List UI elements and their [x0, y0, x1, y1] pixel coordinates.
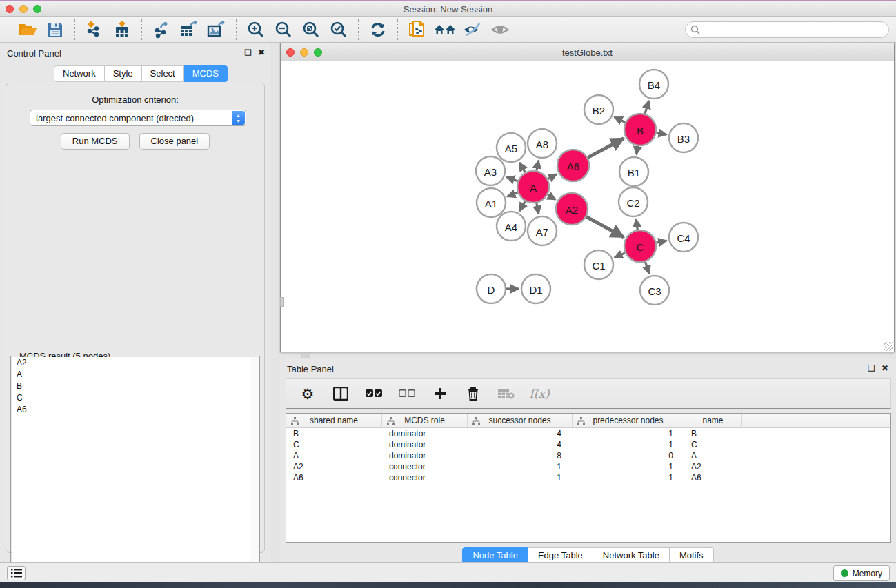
float-panel-icon[interactable]: ❑ [244, 48, 252, 57]
graph-edge-A2-C[interactable] [586, 216, 624, 237]
table-cell[interactable]: C [684, 439, 742, 450]
column-header[interactable]: predecessor nodes [573, 414, 684, 427]
graph-node-B[interactable]: B [624, 114, 656, 145]
mcds-result-item[interactable]: A6 [12, 404, 259, 416]
zoom-selected-icon[interactable] [328, 19, 350, 40]
mcds-result-item[interactable]: B [12, 381, 259, 392]
table-cell[interactable]: 4 [468, 428, 573, 439]
graph-edge-A-A6[interactable] [548, 174, 557, 179]
float-panel-icon[interactable]: ❑ [868, 363, 875, 373]
mcds-result-item[interactable]: A [12, 369, 259, 381]
export-image-icon[interactable] [206, 19, 228, 40]
graph-edge-B-B2[interactable] [615, 117, 626, 123]
table-cell[interactable]: 4 [468, 439, 573, 450]
network-window-titlebar[interactable]: testGlobe.txt [281, 43, 894, 61]
run-mcds-button[interactable]: Run MCDS [61, 133, 130, 150]
close-panel-button[interactable]: Close panel [139, 133, 210, 150]
refresh-layout-icon[interactable] [367, 19, 389, 40]
search-field[interactable] [685, 21, 889, 38]
tab-select[interactable]: Select [142, 65, 184, 82]
graph-node-B4[interactable]: B4 [639, 70, 668, 99]
tab-network-table[interactable]: Network Table [593, 547, 670, 564]
table-cell[interactable]: 0 [573, 450, 684, 461]
graph-edge-B-B4[interactable] [645, 101, 649, 114]
open-file-icon[interactable] [17, 19, 39, 40]
first-neighbors-icon[interactable] [434, 19, 456, 40]
table-cell[interactable]: 1 [468, 472, 573, 483]
graph-node-B1[interactable]: B1 [619, 157, 648, 186]
table-cell[interactable]: B [684, 428, 742, 439]
table-cell[interactable]: connector [382, 472, 468, 483]
table-cell[interactable]: 1 [573, 461, 684, 472]
memory-button[interactable]: Memory [833, 565, 890, 581]
graph-edge-A-A1[interactable] [507, 192, 517, 196]
graph-node-A[interactable]: A [517, 171, 549, 203]
import-table-icon[interactable] [111, 19, 133, 40]
graph-node-A7[interactable]: A7 [528, 216, 557, 245]
graph-node-A8[interactable]: A8 [528, 129, 557, 158]
zoom-in-icon[interactable] [245, 19, 267, 40]
export-network-icon[interactable] [150, 19, 172, 40]
graph-edge-A6-B[interactable] [588, 139, 624, 158]
graph-edge-A-A4[interactable] [519, 201, 525, 211]
table-cell[interactable]: 1 [468, 461, 573, 472]
tab-network[interactable]: Network [54, 65, 105, 82]
table-cell[interactable]: A6 [286, 472, 382, 483]
graph-edge-A-A8[interactable] [537, 160, 539, 170]
graph-node-B3[interactable]: B3 [669, 123, 698, 152]
scrollbar-track[interactable] [250, 357, 259, 587]
graph-edge-C-C3[interactable] [645, 262, 649, 274]
graph-node-C3[interactable]: C3 [640, 276, 669, 305]
table-row[interactable]: Bdominator41B [286, 428, 890, 439]
delete-table-icon[interactable] [497, 385, 515, 403]
graph-node-C1[interactable]: C1 [584, 250, 613, 279]
tab-node-table[interactable]: Node Table [462, 547, 528, 564]
graph-node-C4[interactable]: C4 [669, 223, 698, 252]
graph-edge-C-C1[interactable] [615, 253, 625, 258]
table-cell[interactable]: A6 [684, 472, 742, 483]
splitter-handle[interactable] [301, 354, 310, 358]
task-history-button[interactable] [7, 566, 26, 580]
table-cell[interactable]: A2 [286, 461, 382, 472]
import-network-icon[interactable] [83, 19, 106, 40]
table-cell[interactable]: dominator [382, 439, 468, 450]
tab-motifs[interactable]: Motifs [670, 547, 714, 564]
table-cell[interactable]: A2 [684, 461, 742, 472]
hide-selected-icon[interactable] [461, 19, 484, 40]
function-builder-icon[interactable]: f(x) [530, 385, 548, 403]
delete-column-icon[interactable] [464, 385, 482, 403]
tab-mcds[interactable]: MCDS [184, 65, 228, 82]
column-header[interactable]: MCDS role [382, 414, 468, 427]
close-panel-icon[interactable]: ✖ [258, 48, 265, 57]
graph-edge-A-A2[interactable] [548, 195, 556, 200]
new-session-from-network-icon[interactable] [406, 19, 428, 40]
table-cell[interactable]: 1 [573, 428, 684, 439]
zoom-fit-icon[interactable] [300, 19, 322, 40]
table-row[interactable]: A6connector11A6 [286, 472, 890, 483]
graph-node-C2[interactable]: C2 [619, 187, 648, 216]
graph-edge-C-C2[interactable] [636, 219, 637, 230]
select-all-icon[interactable] [365, 385, 383, 403]
network-canvas[interactable]: B4B2BB3A8A5A6A3B1AC2A1A2A4A7C4CC1C3DD1 [281, 62, 894, 352]
mcds-result-item[interactable]: C [12, 392, 259, 404]
graph-node-A5[interactable]: A5 [497, 133, 526, 162]
panel-drag-handle[interactable] [280, 297, 284, 307]
resize-grip-icon[interactable] [884, 342, 893, 351]
tab-style[interactable]: Style [105, 65, 142, 82]
close-panel-icon[interactable]: ✖ [882, 363, 888, 373]
graph-node-C[interactable]: C [624, 230, 656, 262]
graph-edge-A-A5[interactable] [519, 163, 525, 172]
table-row[interactable]: Cdominator41C [286, 439, 890, 450]
save-session-icon[interactable] [44, 19, 66, 40]
graph-node-A2[interactable]: A2 [556, 193, 588, 225]
column-header[interactable]: name [684, 414, 742, 427]
column-header[interactable]: successor nodes [468, 414, 573, 427]
table-cell[interactable]: dominator [382, 428, 468, 439]
graph-edge-A-A7[interactable] [537, 203, 539, 214]
criterion-dropdown[interactable]: largest connected component (directed) ▲… [30, 110, 246, 126]
table-options-icon[interactable]: ⚙ [299, 385, 317, 403]
table-cell[interactable]: A [286, 450, 382, 461]
table-cell[interactable]: C [286, 439, 382, 450]
graph-node-A6[interactable]: A6 [557, 150, 589, 181]
table-cell[interactable]: dominator [382, 450, 468, 461]
